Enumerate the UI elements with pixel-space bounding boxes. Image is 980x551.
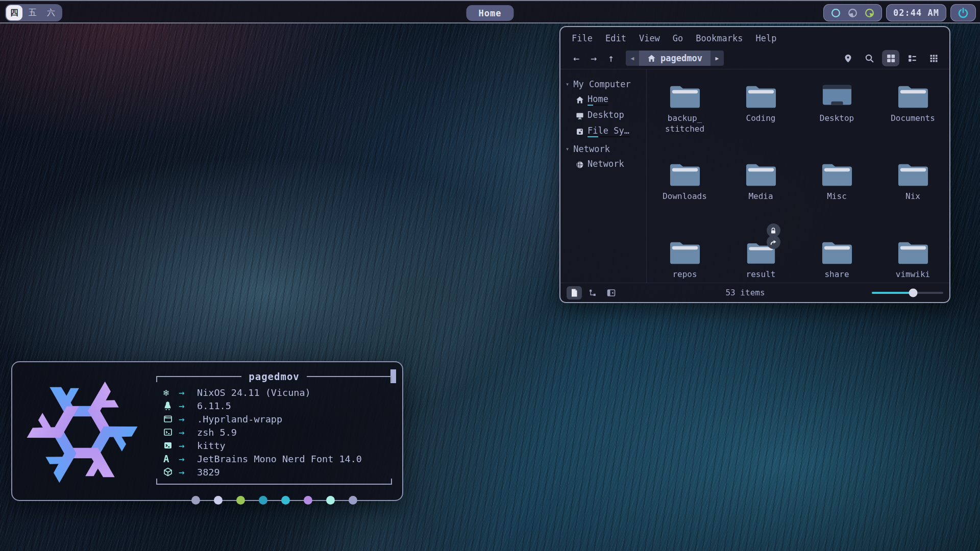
palette-dot — [259, 496, 267, 505]
folder-icon — [897, 239, 929, 265]
menu-go[interactable]: Go — [673, 33, 683, 43]
document-icon — [570, 288, 578, 297]
tree-view-button[interactable] — [585, 286, 600, 299]
tree-icon — [589, 289, 597, 297]
menu-help[interactable]: Help — [755, 33, 776, 43]
forward-button[interactable]: → — [585, 51, 602, 66]
sidebar-section-label: My Computer — [573, 79, 631, 89]
folder-icon — [669, 239, 701, 265]
workspace-button-2[interactable]: 五 — [24, 5, 41, 20]
palette-dot — [326, 496, 335, 505]
sidebar-item-label: File Sy… — [587, 126, 629, 137]
sidebar-section-computer[interactable]: ▾ My Computer — [566, 77, 643, 92]
side-panel-icon — [607, 289, 616, 297]
breadcrumb-segment-home[interactable]: pagedmov — [639, 51, 710, 66]
top-bar: 四 五 六 Home 02:44 AM — [0, 0, 980, 23]
workspace-switcher: 四 五 六 — [5, 4, 62, 21]
palette-dot — [304, 496, 312, 505]
folder-label: Documents — [891, 113, 935, 124]
desktop-icon — [576, 112, 584, 120]
terminal-icon — [163, 441, 179, 450]
symlink-emblem-icon — [767, 235, 780, 249]
folder-downloads[interactable]: Downloads — [647, 151, 723, 229]
desktop-monitor-icon — [822, 83, 852, 109]
folder-icon — [745, 161, 777, 187]
folder-label: Media — [748, 191, 773, 202]
folder-misc[interactable]: Misc — [799, 151, 875, 229]
window-icon — [163, 414, 179, 423]
breadcrumb: ◀ pagedmov ▶ — [626, 51, 724, 66]
timer-circle-icon[interactable] — [864, 8, 875, 18]
folder-backup-stitched[interactable]: backup_ stitched — [647, 72, 723, 151]
breadcrumb-label: pagedmov — [660, 53, 702, 63]
folder-icon — [897, 161, 929, 187]
breadcrumb-prev-icon[interactable]: ◀ — [626, 51, 639, 66]
fetch-row-kernel: → 6.11.5 — [163, 399, 392, 412]
idle-circle-icon[interactable] — [830, 8, 841, 18]
disk-circle-icon[interactable] — [847, 8, 858, 18]
slider-track — [872, 292, 943, 294]
folder-desktop[interactable]: Desktop — [799, 72, 875, 151]
folder-label: result — [746, 269, 776, 280]
sidebar: ▾ My Computer Home Desktop File Sy… ▾ Ne… — [560, 69, 646, 283]
folder-label: repos — [672, 269, 697, 280]
active-window-title: Home — [467, 5, 514, 21]
location-pin-icon[interactable] — [839, 50, 856, 66]
back-button[interactable]: ← — [568, 51, 585, 66]
list-view-toggle[interactable] — [903, 50, 921, 66]
sidebar-item-filesystem[interactable]: File Sy… — [566, 123, 643, 139]
power-module[interactable] — [950, 4, 976, 21]
shell-icon — [163, 428, 179, 437]
folder-icon — [745, 83, 777, 109]
home-icon — [647, 54, 656, 63]
folder-media[interactable]: Media — [723, 151, 799, 229]
slider-knob[interactable] — [909, 288, 918, 297]
package-icon — [163, 467, 179, 477]
sidebar-item-home[interactable]: Home — [566, 92, 643, 108]
zoom-slider[interactable] — [872, 286, 943, 299]
side-panel-button[interactable] — [603, 286, 619, 299]
fetch-row-terminal: → kitty — [163, 439, 392, 452]
file-manager-window: File Edit View Go Bookmarks Help ← → ↑ ◀… — [559, 26, 950, 303]
menu-file[interactable]: File — [572, 33, 593, 43]
nix-snowflake-icon: ❄ — [163, 387, 179, 398]
show-files-button[interactable] — [567, 286, 582, 299]
folder-vimwiki[interactable]: vimwiki — [875, 229, 949, 283]
folder-label: backup_ stitched — [665, 113, 704, 135]
fetch-row-wm: → .Hyprland-wrapp — [163, 412, 392, 425]
menu-view[interactable]: View — [639, 33, 660, 43]
folder-coding[interactable]: Coding — [723, 72, 799, 151]
sidebar-item-label: Desktop — [587, 110, 624, 121]
menu-bookmarks[interactable]: Bookmarks — [696, 33, 743, 43]
fetch-hostname: pagedmov — [241, 371, 307, 382]
up-button[interactable]: ↑ — [602, 51, 620, 66]
folder-documents[interactable]: Documents — [875, 72, 949, 151]
compact-view-toggle[interactable] — [925, 50, 942, 66]
icon-view-toggle[interactable] — [882, 50, 899, 66]
toolbar-right — [839, 50, 942, 66]
folder-share[interactable]: share — [799, 229, 875, 283]
fetch-box: pagedmov ❄ → NixOS 24.11 (Vicuna) → 6.11… — [154, 370, 394, 488]
topbar-right-modules: 02:44 AM — [823, 4, 976, 21]
workspace-button-3[interactable]: 六 — [43, 5, 59, 20]
folder-repos[interactable]: repos — [647, 229, 723, 283]
workspace-button-1[interactable]: 四 — [6, 5, 22, 20]
breadcrumb-next-icon[interactable]: ▶ — [710, 51, 724, 66]
folder-result[interactable]: result — [723, 229, 799, 283]
palette-dot — [214, 496, 223, 505]
search-icon[interactable] — [861, 50, 878, 66]
sidebar-item-network[interactable]: Network — [566, 157, 643, 172]
folder-icon — [669, 83, 701, 109]
sidebar-item-label: Home — [587, 94, 608, 106]
sidebar-item-desktop[interactable]: Desktop — [566, 108, 643, 123]
folder-label: Coding — [746, 113, 776, 124]
clock-module[interactable]: 02:44 AM — [886, 4, 946, 21]
fetch-row-packages: → 3829 — [163, 465, 392, 479]
terminal-color-palette — [154, 496, 394, 505]
folder-nix[interactable]: Nix — [875, 151, 949, 229]
folder-label: share — [824, 269, 849, 280]
sidebar-section-network[interactable]: ▾ Network — [566, 141, 643, 157]
folder-label: Downloads — [663, 191, 707, 202]
sidebar-section-label: Network — [573, 144, 610, 154]
menu-edit[interactable]: Edit — [605, 33, 626, 43]
